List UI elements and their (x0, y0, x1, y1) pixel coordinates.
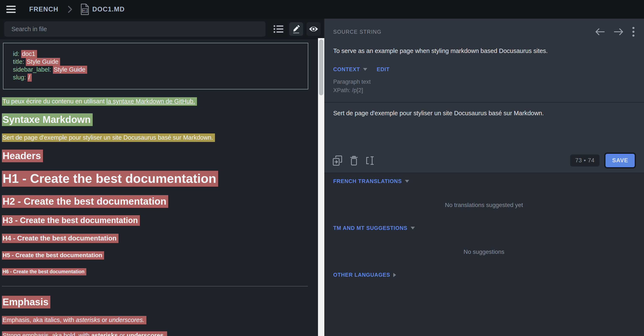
source-string-highlight[interactable]: Emphasis, aka italics, with asterisks or… (2, 316, 146, 324)
document-content: id: doc1 title: Style Guide sidebar_labe… (0, 39, 318, 336)
copy-source-button[interactable] (332, 155, 343, 166)
source-string-highlight[interactable]: doc1 (21, 50, 37, 58)
frontmatter-line: title: Style Guide (13, 58, 304, 66)
selected-string-highlight[interactable]: Sert de page d'exemple pour styliser un … (2, 133, 215, 142)
source-string-highlight[interactable]: H6 - Create the best documentation (2, 268, 86, 275)
kebab-menu-icon (632, 27, 635, 37)
intro-paragraph: Tu peux écrire du contenu en utilisant l… (2, 98, 312, 105)
source-string-highlight[interactable]: H1 - Create the best documentation (2, 171, 218, 187)
source-string-highlight[interactable]: Tu peux écrire du contenu en utilisant l… (2, 97, 197, 106)
chevron-right-icon (393, 273, 396, 277)
previous-string-button[interactable] (595, 28, 605, 36)
source-string-highlight[interactable]: / (28, 74, 32, 82)
document-preview-panel: id: doc1 title: Style Guide sidebar_labe… (0, 19, 324, 336)
tm-empty-state: No suggestions (333, 249, 635, 255)
scrollbar-thumb[interactable] (319, 39, 323, 95)
frontmatter-line: sidebar_label: Style Guide (13, 66, 304, 74)
suggestions-section: FRENCH TRANSLATIONS No translations sugg… (324, 173, 644, 336)
heading-emphasis: Emphasis (2, 296, 312, 308)
heading-syntaxe-markdown: Syntaxe Markdown (2, 114, 312, 125)
more-options-button[interactable] (632, 27, 635, 37)
source-string-text: To serve as an example page when styling… (324, 37, 644, 54)
heading-h3: H3 - Create the best documentation (2, 216, 312, 225)
frontmatter-block: id: doc1 title: Style Guide sidebar_labe… (3, 43, 308, 89)
context-type: Paragraph text (333, 78, 635, 86)
context-xpath: XPath: /p[2] (333, 86, 635, 94)
source-string-highlight[interactable]: Headers (2, 149, 43, 162)
chevron-down-icon (363, 68, 367, 71)
topbar: FRENCH M↓ DOC1.MD (0, 0, 644, 19)
breadcrumb-chevron-icon (68, 6, 72, 13)
source-string-label: SOURCE STRING (333, 29, 382, 35)
delete-translation-button[interactable] (348, 155, 360, 166)
source-string-highlight[interactable]: H4 - Create the best documentation (2, 234, 118, 243)
edit-context-button[interactable]: EDIT (376, 66, 390, 72)
next-string-button[interactable] (614, 28, 624, 36)
source-string-highlight[interactable]: Strong emphasis, aka bold, with asterisk… (2, 331, 167, 336)
search-toolbar (0, 19, 324, 39)
copy-icon (333, 155, 342, 166)
char-counter: 73 • 74 (570, 154, 600, 166)
save-button[interactable]: SAVE (606, 154, 635, 167)
heading-h4: H4 - Create the best documentation (2, 234, 312, 242)
heading-h1: H1 - Create the best documentation (2, 171, 312, 186)
hamburger-menu-icon[interactable] (6, 6, 16, 13)
source-string-highlight[interactable]: Style Guide (53, 66, 87, 74)
edit-mode-button[interactable] (289, 22, 303, 36)
list-view-button[interactable] (272, 23, 285, 36)
french-translations-toggle[interactable]: FRENCH TRANSLATIONS (333, 178, 635, 184)
list-icon (274, 25, 283, 33)
markdown-file-icon: M↓ (80, 4, 89, 15)
chevron-down-icon (405, 180, 409, 183)
search-input[interactable] (4, 21, 266, 37)
context-toggle[interactable]: CONTEXT (333, 66, 367, 72)
document-scrollbar[interactable] (318, 38, 324, 336)
translation-input[interactable]: Sert de page d'exemple pour styliser un … (324, 103, 644, 152)
other-languages-toggle[interactable]: OTHER LANGUAGES (333, 272, 635, 278)
source-string-highlight[interactable]: Syntaxe Markdown (2, 113, 93, 126)
source-string-highlight[interactable]: Style Guide (26, 58, 60, 66)
source-string-highlight[interactable]: H5 - Create the best documentation (2, 251, 104, 260)
source-string-section: SOURCE STRING To serve as an example pag… (324, 19, 644, 173)
breadcrumb-file[interactable]: DOC1.MD (92, 6, 124, 13)
heading-headers: Headers (2, 150, 312, 161)
breadcrumb-project[interactable]: FRENCH (29, 6, 58, 13)
source-string-highlight[interactable]: Emphasis (2, 296, 50, 308)
text-cursor-icon (366, 156, 375, 165)
heading-h5: H5 - Create the best documentation (2, 252, 312, 259)
eye-icon (309, 26, 318, 32)
tm-mt-suggestions-toggle[interactable]: TM AND MT SUGGESTIONS (333, 225, 635, 231)
arrow-right-icon (614, 28, 624, 36)
translation-toolbar: 73 • 74 SAVE (324, 152, 644, 173)
source-string-highlight[interactable]: H3 - Create the best documentation (2, 215, 140, 226)
horizontal-rule (2, 286, 308, 286)
github-markdown-link[interactable]: la syntaxe Markdown de GitHub. (106, 98, 195, 105)
pencil-icon (292, 25, 300, 34)
frontmatter-line: slug: / (13, 74, 304, 81)
source-string-highlight[interactable]: H2 - Create the best documentation (2, 195, 168, 208)
strong-emphasis-paragraph: Strong emphasis, aka bold, with asterisk… (2, 332, 312, 336)
heading-h6: H6 - Create the best documentation (2, 269, 312, 275)
emphasis-paragraph: Emphasis, aka italics, with asterisks or… (2, 316, 312, 323)
svg-text:M↓: M↓ (82, 9, 87, 12)
frontmatter-line: id: doc1 (13, 50, 304, 58)
text-cursor-button[interactable] (365, 155, 376, 166)
preview-mode-button[interactable] (306, 22, 320, 36)
chevron-down-icon (411, 227, 415, 229)
context-details: Paragraph text XPath: /p[2] (324, 72, 644, 94)
trash-icon (350, 156, 358, 165)
heading-h2: H2 - Create the best documentation (2, 196, 312, 207)
arrow-left-icon (595, 28, 605, 36)
selected-paragraph: Sert de page d'exemple pour styliser un … (2, 134, 312, 141)
translations-empty-state: No translations suggested yet (333, 202, 635, 209)
translation-panel: SOURCE STRING To serve as an example pag… (324, 19, 644, 336)
